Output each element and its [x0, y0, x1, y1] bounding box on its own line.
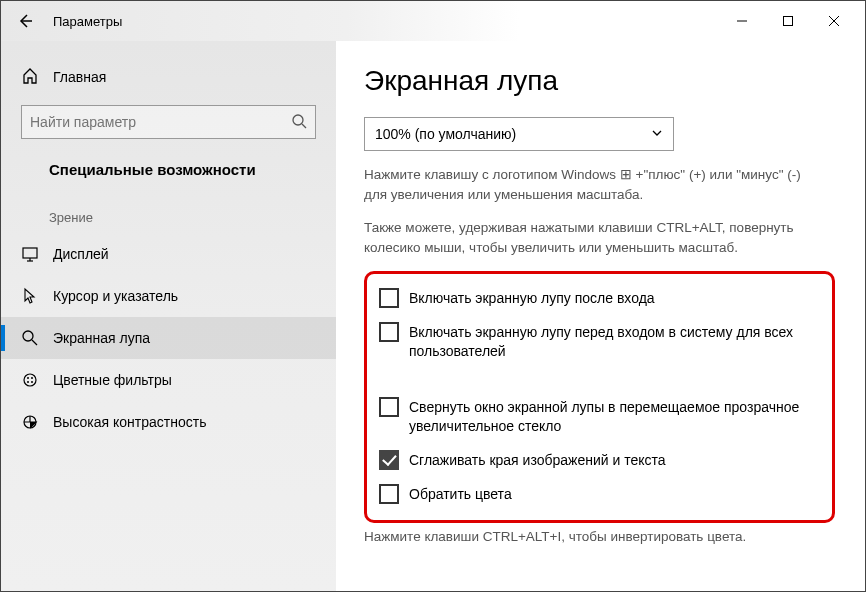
close-icon: [828, 15, 840, 27]
svg-point-9: [23, 331, 33, 341]
checkbox-start-after-signin[interactable]: Включать экранную лупу после входа: [379, 288, 820, 308]
checkbox: [379, 450, 399, 470]
checkbox-label: Сглаживать края изображений и текста: [409, 450, 666, 470]
main-panel: Экранная лупа 100% (по умолчанию) Нажмит…: [336, 41, 865, 591]
window-title: Параметры: [53, 14, 122, 29]
titlebar: Параметры: [1, 1, 865, 41]
maximize-button[interactable]: [765, 5, 811, 37]
svg-rect-1: [784, 17, 793, 26]
checkbox: [379, 322, 399, 342]
window-controls: [719, 5, 857, 37]
nav-item-color-filters[interactable]: Цветные фильтры: [1, 359, 336, 401]
section-title: Специальные возможности: [1, 151, 336, 192]
home-label: Главная: [53, 69, 106, 85]
nav-label: Дисплей: [53, 246, 109, 262]
nav-item-cursor[interactable]: Курсор и указатель: [1, 275, 336, 317]
svg-line-5: [302, 124, 306, 128]
sidebar: Главная Специальные возможности Зрение Д…: [1, 41, 336, 591]
svg-point-15: [31, 381, 33, 383]
nav-item-display[interactable]: Дисплей: [1, 233, 336, 275]
svg-rect-6: [23, 248, 37, 258]
checkbox-label: Включать экранную лупу перед входом в си…: [409, 322, 820, 361]
svg-point-11: [24, 374, 36, 386]
page-title: Экранная лупа: [364, 65, 835, 97]
svg-line-10: [32, 340, 37, 345]
svg-point-12: [27, 377, 29, 379]
nav-label: Курсор и указатель: [53, 288, 178, 304]
nav-label: Высокая контрастность: [53, 414, 206, 430]
zoom-hint-1: Нажмите клавишу с логотипом Windows ⊞ +"…: [364, 165, 824, 204]
display-icon: [21, 245, 39, 263]
svg-point-14: [27, 381, 29, 383]
close-button[interactable]: [811, 5, 857, 37]
magnifier-icon: [21, 329, 39, 347]
cursor-icon: [21, 287, 39, 305]
invert-hint: Нажмите клавиши CTRL+ALT+I, чтобы инверт…: [364, 529, 835, 544]
highlighted-options: Включать экранную лупу после входа Включ…: [364, 271, 835, 523]
home-icon: [21, 67, 39, 88]
arrow-left-icon: [17, 13, 33, 29]
svg-point-13: [31, 377, 33, 379]
search-box[interactable]: [21, 105, 316, 139]
checkbox-label: Свернуть окно экранной лупы в перемещаем…: [409, 397, 820, 436]
checkbox-label: Включать экранную лупу после входа: [409, 288, 655, 308]
nav-label: Цветные фильтры: [53, 372, 172, 388]
zoom-select[interactable]: 100% (по умолчанию): [364, 117, 674, 151]
zoom-hint-2: Также можете, удерживая нажатыми клавиши…: [364, 218, 824, 257]
checkbox: [379, 484, 399, 504]
checkbox: [379, 397, 399, 417]
chevron-down-icon: [651, 126, 663, 142]
nav-list: Дисплей Курсор и указатель Экранная лупа…: [1, 233, 336, 443]
checkbox: [379, 288, 399, 308]
search-input[interactable]: [30, 114, 291, 130]
settings-window: Параметры Главная Специальные возможност…: [0, 0, 866, 592]
checkbox-collapse-lens[interactable]: Свернуть окно экранной лупы в перемещаем…: [379, 397, 820, 436]
minimize-button[interactable]: [719, 5, 765, 37]
checkbox-start-before-signin[interactable]: Включать экранную лупу перед входом в си…: [379, 322, 820, 361]
maximize-icon: [782, 15, 794, 27]
checkbox-label: Обратить цвета: [409, 484, 512, 504]
checkbox-invert-colors[interactable]: Обратить цвета: [379, 484, 820, 504]
minimize-icon: [736, 15, 748, 27]
content-area: Главная Специальные возможности Зрение Д…: [1, 41, 865, 591]
back-button[interactable]: [9, 5, 41, 37]
checkbox-smooth-edges[interactable]: Сглаживать края изображений и текста: [379, 450, 820, 470]
zoom-select-label: 100% (по умолчанию): [375, 126, 651, 142]
contrast-icon: [21, 413, 39, 431]
search-icon: [291, 113, 307, 132]
search-container: [1, 93, 336, 151]
nav-label: Экранная лупа: [53, 330, 150, 346]
nav-item-high-contrast[interactable]: Высокая контрастность: [1, 401, 336, 443]
nav-item-magnifier[interactable]: Экранная лупа: [1, 317, 336, 359]
group-title: Зрение: [1, 192, 336, 233]
home-nav[interactable]: Главная: [1, 61, 336, 93]
color-filters-icon: [21, 371, 39, 389]
svg-point-4: [293, 115, 303, 125]
